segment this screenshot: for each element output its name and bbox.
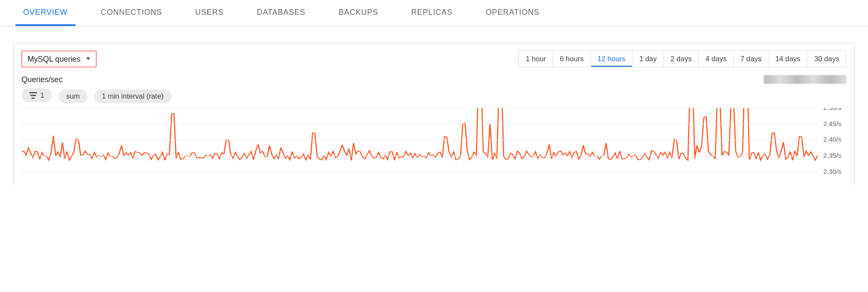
tab-overview[interactable]: OVERVIEW xyxy=(16,0,76,26)
svg-rect-1 xyxy=(30,95,36,96)
chart-title: Queries/sec xyxy=(22,75,63,84)
tabbar: OVERVIEWCONNECTIONSUSERSDATABASESBACKUPS… xyxy=(0,0,868,27)
time-range-picker: 1 hour6 hours12 hours1 day2 days4 days7 … xyxy=(518,50,846,67)
tab-replicas[interactable]: REPLICAS xyxy=(403,0,460,26)
gridline xyxy=(22,171,818,172)
metric-select-label: MySQL queries xyxy=(28,54,81,63)
tab-connections[interactable]: CONNECTIONS xyxy=(93,0,170,26)
chart: 2.50/s2.45/s2.40/s2.35/s2.30/s2.25/s2.20… xyxy=(22,107,847,185)
y-tick-label: 2.25/s xyxy=(820,184,841,185)
gridline xyxy=(22,139,818,140)
range-1-day[interactable]: 1 day xyxy=(633,51,664,67)
filter-icon xyxy=(29,92,37,98)
gridline xyxy=(22,107,818,108)
chevron-down-icon xyxy=(86,57,90,60)
range-7-days[interactable]: 7 days xyxy=(734,51,769,67)
filter-pill[interactable]: 1 xyxy=(22,88,52,102)
metric-select[interactable]: MySQL queries xyxy=(22,50,97,67)
redacted-label xyxy=(764,75,847,84)
tab-users[interactable]: USERS xyxy=(188,0,231,26)
tab-databases[interactable]: DATABASES xyxy=(249,0,314,26)
tab-operations[interactable]: OPERATIONS xyxy=(478,0,548,26)
metrics-panel: MySQL queries 1 hour6 hours12 hours1 day… xyxy=(13,43,855,185)
range-1-hour[interactable]: 1 hour xyxy=(519,51,553,67)
aggregation-pill[interactable]: sum xyxy=(59,89,88,103)
range-6-hours[interactable]: 6 hours xyxy=(553,51,591,67)
range-4-days[interactable]: 4 days xyxy=(699,51,733,67)
range-14-days[interactable]: 14 days xyxy=(769,51,808,67)
plot-area[interactable] xyxy=(22,107,818,185)
gridline xyxy=(22,123,818,124)
series-line xyxy=(22,107,818,185)
range-12-hours[interactable]: 12 hours xyxy=(591,51,633,67)
range-2-days[interactable]: 2 days xyxy=(664,51,699,67)
y-axis: 2.50/s2.45/s2.40/s2.35/s2.30/s2.25/s2.20… xyxy=(820,107,846,109)
gridline xyxy=(22,156,818,156)
y-tick-label: 2.40/s xyxy=(820,136,841,152)
svg-rect-2 xyxy=(31,97,35,99)
tab-backups[interactable]: BACKUPS xyxy=(331,0,386,26)
interval-pill[interactable]: 1 min interval (rate) xyxy=(94,89,172,103)
y-tick-label: 2.50/s xyxy=(820,107,841,119)
range-30-days[interactable]: 30 days xyxy=(808,51,846,67)
svg-rect-0 xyxy=(29,92,37,93)
y-tick-label: 2.30/s xyxy=(820,168,841,184)
y-tick-label: 2.45/s xyxy=(820,120,841,136)
y-tick-label: 2.35/s xyxy=(820,152,841,168)
chart-option-pills: 1 sum 1 min interval (rate) xyxy=(22,88,847,103)
filter-count: 1 xyxy=(40,91,44,100)
